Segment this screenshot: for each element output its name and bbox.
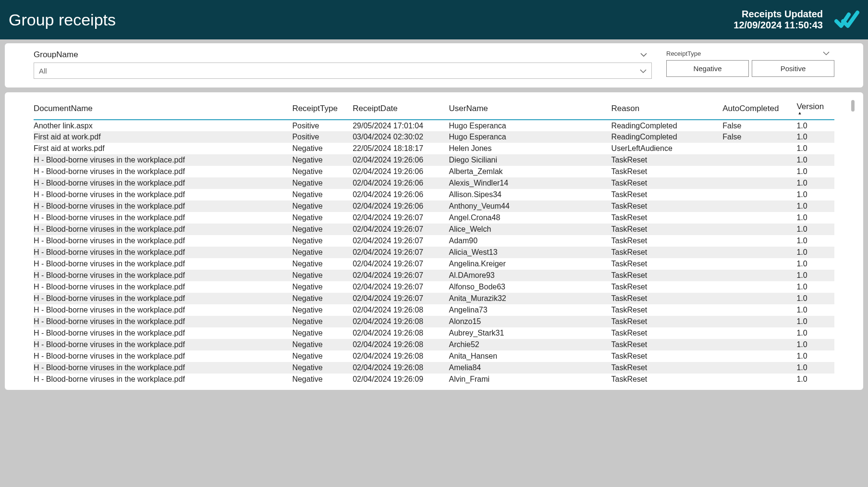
page-body: GroupName All ReceiptType Negative — [0, 39, 868, 395]
cell-date: 02/04/2024 19:26:06 — [353, 177, 449, 189]
cell-type: Negative — [292, 247, 353, 258]
col-auto[interactable]: AutoCompleted — [722, 97, 796, 120]
cell-doc: H - Blood-borne viruses in the workplace… — [34, 293, 292, 304]
cell-ver: 1.0 — [796, 304, 834, 316]
table-row[interactable]: H - Blood-borne viruses in the workplace… — [34, 327, 834, 339]
cell-auto — [722, 189, 796, 200]
table-row[interactable]: H - Blood-borne viruses in the workplace… — [34, 224, 834, 235]
table-row[interactable]: H - Blood-borne viruses in the workplace… — [34, 177, 834, 189]
table-row[interactable]: H - Blood-borne viruses in the workplace… — [34, 212, 834, 224]
cell-ver: 1.0 — [796, 166, 834, 177]
table-row[interactable]: Another link.aspxPositive29/05/2024 17:0… — [34, 120, 834, 131]
cell-ver: 1.0 — [796, 120, 834, 131]
cell-user: Angel.Crona48 — [449, 212, 611, 224]
cell-user: Alfonso_Bode63 — [449, 281, 611, 293]
cell-type: Negative — [292, 200, 353, 212]
col-date[interactable]: ReceiptDate — [353, 97, 449, 120]
toggle-positive[interactable]: Positive — [752, 60, 834, 77]
cell-reason: UserLeftAudience — [611, 143, 723, 154]
cell-user: Al.DAmore93 — [449, 270, 611, 281]
group-dropdown[interactable]: All — [34, 62, 652, 79]
cell-type: Negative — [292, 281, 353, 293]
table-row[interactable]: H - Blood-borne viruses in the workplace… — [34, 339, 834, 350]
cell-ver: 1.0 — [796, 189, 834, 200]
cell-ver: 1.0 — [796, 293, 834, 304]
cell-user: Diego Siciliani — [449, 154, 611, 166]
cell-auto — [722, 339, 796, 350]
status-block: Receipts Updated 12/09/2024 11:50:43 — [734, 9, 823, 31]
table-row[interactable]: First aid at work.pdfPositive03/04/2024 … — [34, 131, 834, 143]
cell-date: 02/04/2024 19:26:07 — [353, 247, 449, 258]
cell-user: Alberta_Zemlak — [449, 166, 611, 177]
cell-auto — [722, 327, 796, 339]
cell-user: Adam90 — [449, 235, 611, 247]
cell-doc: H - Blood-borne viruses in the workplace… — [34, 247, 292, 258]
cell-auto — [722, 177, 796, 189]
table-row[interactable]: H - Blood-borne viruses in the workplace… — [34, 374, 834, 385]
cell-date: 02/04/2024 19:26:06 — [353, 154, 449, 166]
cell-user: Alicia_West13 — [449, 247, 611, 258]
cell-auto: False — [722, 120, 796, 131]
col-reason[interactable]: Reason — [611, 97, 723, 120]
col-document[interactable]: DocumentName — [34, 97, 292, 120]
col-type[interactable]: ReceiptType — [292, 97, 353, 120]
cell-user: Anita_Hansen — [449, 350, 611, 362]
group-dropdown-value: All — [39, 67, 47, 75]
toggle-negative[interactable]: Negative — [666, 60, 749, 77]
vertical-scrollbar[interactable] — [851, 100, 855, 112]
table-header-row: DocumentName ReceiptType ReceiptDate Use… — [34, 97, 834, 120]
cell-auto: False — [722, 131, 796, 143]
table-row[interactable]: H - Blood-borne viruses in the workplace… — [34, 247, 834, 258]
table-row[interactable]: H - Blood-borne viruses in the workplace… — [34, 166, 834, 177]
cell-date: 22/05/2024 18:18:17 — [353, 143, 449, 154]
table-row[interactable]: H - Blood-borne viruses in the workplace… — [34, 270, 834, 281]
cell-auto — [722, 350, 796, 362]
type-toggle-group: Negative Positive — [666, 60, 834, 77]
cell-doc: H - Blood-borne viruses in the workplace… — [34, 374, 292, 385]
cell-auto — [722, 247, 796, 258]
chevron-down-icon[interactable] — [640, 50, 647, 60]
cell-date: 02/04/2024 19:26:07 — [353, 270, 449, 281]
table-row[interactable]: H - Blood-borne viruses in the workplace… — [34, 258, 834, 270]
cell-reason: TaskReset — [611, 304, 723, 316]
cell-date: 02/04/2024 19:26:07 — [353, 258, 449, 270]
cell-type: Negative — [292, 212, 353, 224]
cell-ver: 1.0 — [796, 131, 834, 143]
cell-type: Negative — [292, 189, 353, 200]
table-row[interactable]: H - Blood-borne viruses in the workplace… — [34, 293, 834, 304]
cell-ver: 1.0 — [796, 362, 834, 374]
cell-doc: H - Blood-borne viruses in the workplace… — [34, 258, 292, 270]
table-row[interactable]: H - Blood-borne viruses in the workplace… — [34, 350, 834, 362]
chevron-down-icon[interactable] — [823, 50, 830, 57]
cell-auto — [722, 235, 796, 247]
cell-auto — [722, 304, 796, 316]
table-row[interactable]: H - Blood-borne viruses in the workplace… — [34, 235, 834, 247]
cell-reason: TaskReset — [611, 281, 723, 293]
cell-user: Anita_Murazik32 — [449, 293, 611, 304]
cell-doc: H - Blood-borne viruses in the workplace… — [34, 166, 292, 177]
table-row[interactable]: H - Blood-borne viruses in the workplace… — [34, 281, 834, 293]
cell-date: 02/04/2024 19:26:07 — [353, 212, 449, 224]
table-row[interactable]: First aid at works.pdfNegative22/05/2024… — [34, 143, 834, 154]
cell-date: 29/05/2024 17:01:04 — [353, 120, 449, 131]
cell-doc: H - Blood-borne viruses in the workplace… — [34, 270, 292, 281]
table-row[interactable]: H - Blood-borne viruses in the workplace… — [34, 304, 834, 316]
table-row[interactable]: H - Blood-borne viruses in the workplace… — [34, 154, 834, 166]
cell-doc: H - Blood-borne viruses in the workplace… — [34, 281, 292, 293]
cell-type: Negative — [292, 374, 353, 385]
cell-type: Negative — [292, 304, 353, 316]
cell-type: Negative — [292, 350, 353, 362]
cell-type: Negative — [292, 224, 353, 235]
table-row[interactable]: H - Blood-borne viruses in the workplace… — [34, 316, 834, 327]
table-row[interactable]: H - Blood-borne viruses in the workplace… — [34, 189, 834, 200]
col-version[interactable]: Version — [796, 97, 834, 120]
cell-auto — [722, 143, 796, 154]
table-row[interactable]: H - Blood-borne viruses in the workplace… — [34, 200, 834, 212]
cell-user: Hugo Esperanca — [449, 131, 611, 143]
cell-user: Hugo Esperanca — [449, 120, 611, 131]
cell-auto — [722, 200, 796, 212]
table-row[interactable]: H - Blood-borne viruses in the workplace… — [34, 362, 834, 374]
col-user[interactable]: UserName — [449, 97, 611, 120]
cell-reason: TaskReset — [611, 247, 723, 258]
cell-doc: H - Blood-borne viruses in the workplace… — [34, 362, 292, 374]
